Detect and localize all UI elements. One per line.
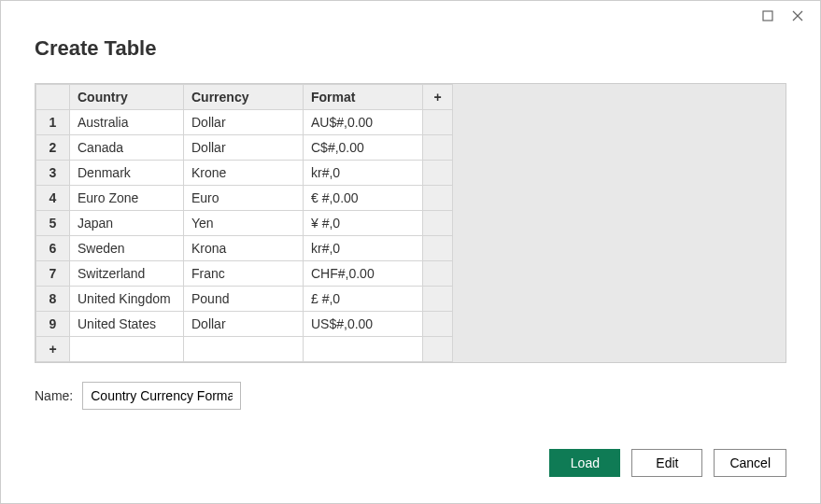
row-number[interactable]: 6 [36, 236, 70, 261]
cell-currency[interactable]: Krona [184, 236, 304, 261]
name-label: Name: [35, 388, 73, 403]
cell-currency[interactable]: Dollar [184, 110, 304, 135]
cell-country[interactable]: United States [70, 312, 184, 337]
cell-empty[interactable] [423, 337, 453, 362]
column-header-currency[interactable]: Currency [184, 85, 304, 110]
cell-format[interactable]: £ #,0 [304, 287, 423, 312]
cell-format[interactable]: ¥ #,0 [304, 211, 423, 236]
cell-trailing[interactable] [423, 186, 453, 211]
table-row[interactable]: 1AustraliaDollarAU$#,0.00 [36, 110, 453, 135]
cell-currency[interactable]: Dollar [184, 135, 304, 161]
edit-button[interactable]: Edit [631, 449, 702, 477]
cell-empty[interactable] [304, 337, 423, 362]
cell-format[interactable]: C$#,0.00 [304, 135, 423, 161]
cell-currency[interactable]: Dollar [184, 312, 304, 337]
table-row[interactable]: 8United KingdomPound£ #,0 [36, 287, 453, 312]
table-row[interactable]: 9United StatesDollarUS$#,0.00 [36, 312, 453, 337]
table-row[interactable]: 2CanadaDollarC$#,0.00 [36, 135, 453, 161]
cancel-button[interactable]: Cancel [714, 449, 786, 477]
cell-country[interactable]: Denmark [70, 161, 184, 186]
close-icon[interactable] [783, 1, 813, 31]
row-number[interactable]: 7 [36, 261, 70, 287]
cell-currency[interactable]: Euro [184, 186, 304, 211]
add-row-button[interactable]: + [36, 337, 70, 362]
cell-country[interactable]: Sweden [70, 236, 184, 261]
cell-trailing[interactable] [423, 161, 453, 186]
load-button[interactable]: Load [549, 449, 620, 477]
table-row[interactable]: 5JapanYen¥ #,0 [36, 211, 453, 236]
cell-country[interactable]: United Kingdom [70, 287, 184, 312]
row-number[interactable]: 5 [36, 211, 70, 236]
svg-rect-0 [763, 11, 772, 21]
row-number[interactable]: 2 [36, 135, 70, 161]
cell-currency[interactable]: Yen [184, 211, 304, 236]
row-number[interactable]: 4 [36, 186, 70, 211]
cell-format[interactable]: € #,0.00 [304, 186, 423, 211]
cell-format[interactable]: US$#,0.00 [304, 312, 423, 337]
table-grid[interactable]: Country Currency Format + 1AustraliaDoll… [35, 83, 786, 363]
cell-trailing[interactable] [423, 312, 453, 337]
add-column-button[interactable]: + [423, 85, 453, 110]
cell-trailing[interactable] [423, 287, 453, 312]
table-row[interactable]: 4Euro ZoneEuro€ #,0.00 [36, 186, 453, 211]
maximize-icon[interactable] [753, 1, 783, 31]
grid-corner[interactable] [36, 85, 70, 110]
cell-country[interactable]: Euro Zone [70, 186, 184, 211]
cell-trailing[interactable] [423, 135, 453, 161]
cell-trailing[interactable] [423, 110, 453, 135]
name-input[interactable] [82, 382, 241, 410]
cell-format[interactable]: kr#,0 [304, 236, 423, 261]
column-header-format[interactable]: Format [304, 85, 423, 110]
cell-country[interactable]: Switzerland [70, 261, 184, 287]
dialog-title: Create Table [1, 31, 820, 61]
table-row[interactable]: 3DenmarkKronekr#,0 [36, 161, 453, 186]
cell-format[interactable]: AU$#,0.00 [304, 110, 423, 135]
cell-format[interactable]: CHF#,0.00 [304, 261, 423, 287]
table-row[interactable]: 7SwitzerlandFrancCHF#,0.00 [36, 261, 453, 287]
cell-trailing[interactable] [423, 211, 453, 236]
row-number[interactable]: 9 [36, 312, 70, 337]
column-header-country[interactable]: Country [70, 85, 184, 110]
cell-country[interactable]: Australia [70, 110, 184, 135]
cell-trailing[interactable] [423, 236, 453, 261]
cell-country[interactable]: Japan [70, 211, 184, 236]
row-number[interactable]: 8 [36, 287, 70, 312]
table-row[interactable]: 6SwedenKronakr#,0 [36, 236, 453, 261]
cell-format[interactable]: kr#,0 [304, 161, 423, 186]
row-number[interactable]: 1 [36, 110, 70, 135]
cell-currency[interactable]: Pound [184, 287, 304, 312]
row-number[interactable]: 3 [36, 161, 70, 186]
cell-empty[interactable] [184, 337, 304, 362]
cell-currency[interactable]: Franc [184, 261, 304, 287]
cell-country[interactable]: Canada [70, 135, 184, 161]
cell-trailing[interactable] [423, 261, 453, 287]
cell-empty[interactable] [70, 337, 184, 362]
cell-currency[interactable]: Krone [184, 161, 304, 186]
